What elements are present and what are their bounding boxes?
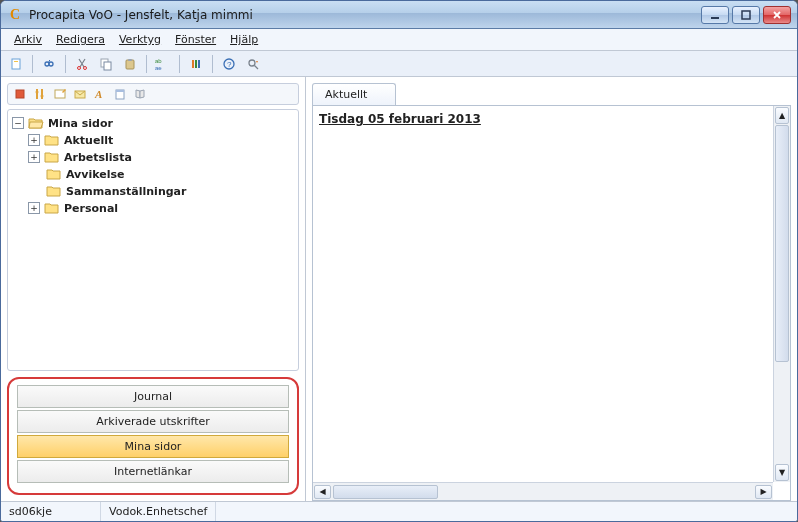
left-panel: A − Mina sidor + Aktuellt [1, 77, 306, 501]
folder-icon [44, 133, 60, 147]
status-role: Vodok.Enhetschef [101, 502, 216, 521]
nav-label: Journal [134, 390, 172, 403]
toolbar-separator [32, 55, 33, 73]
scroll-right-button[interactable]: ▶ [755, 485, 772, 499]
options-button[interactable] [185, 53, 207, 75]
tree-book-button[interactable] [131, 85, 149, 103]
document-pane: Tisdag 05 februari 2013 ▲ ▼ ◀ ▶ [312, 105, 791, 501]
svg-rect-11 [128, 59, 132, 61]
tree-item-personal[interactable]: + Personal [10, 200, 296, 216]
close-button[interactable] [763, 6, 791, 24]
window-title: Procapita VoO - Jensfelt, Katja mimmi [29, 8, 253, 22]
menu-arkiv[interactable]: Arkiv [7, 31, 49, 48]
svg-rect-10 [126, 60, 134, 69]
maximize-button[interactable] [732, 6, 760, 24]
cut-button[interactable] [71, 53, 93, 75]
svg-text:?: ? [227, 60, 232, 69]
help-button[interactable]: ? [218, 53, 240, 75]
folder-icon [44, 201, 60, 215]
content-area: A − Mina sidor + Aktuellt [1, 77, 797, 501]
tree-item-aktuellt[interactable]: + Aktuellt [10, 132, 296, 148]
tree-item-arbetslista[interactable]: + Arbetslista [10, 149, 296, 165]
expand-toggle[interactable]: − [12, 117, 24, 129]
svg-text:A: A [94, 88, 102, 100]
expand-toggle[interactable]: + [28, 151, 40, 163]
document-heading: Tisdag 05 februari 2013 [319, 112, 782, 126]
right-panel: Aktuellt Tisdag 05 februari 2013 ▲ ▼ ◀ [306, 77, 797, 501]
tree-item-avvikelse[interactable]: Avvikelse [10, 166, 296, 182]
tree-mail-button[interactable] [71, 85, 89, 103]
toolbar-separator [65, 55, 66, 73]
scroll-up-button[interactable]: ▲ [775, 107, 789, 124]
menu-redigera[interactable]: Redigera [49, 31, 112, 48]
svg-rect-9 [104, 62, 111, 70]
minimize-button[interactable] [701, 6, 729, 24]
menu-bar: Arkiv Redigera Verktyg Fönster Hjälp [1, 29, 797, 51]
toolbar-separator [212, 55, 213, 73]
nav-mina-sidor-button[interactable]: Mina sidor [17, 435, 289, 458]
svg-rect-14 [192, 60, 194, 68]
tree-label: Sammanställningar [66, 185, 186, 198]
folder-icon [46, 184, 62, 198]
tree-toolbar: A [7, 83, 299, 105]
scroll-thumb[interactable] [775, 125, 789, 362]
tree-collapse-all-button[interactable] [11, 85, 29, 103]
copy-button[interactable] [95, 53, 117, 75]
svg-point-7 [84, 66, 87, 69]
status-bar: sd06kje Vodok.Enhetschef [1, 501, 797, 521]
menu-fonster[interactable]: Fönster [168, 31, 223, 48]
svg-rect-0 [711, 17, 719, 19]
tree-edit-button[interactable] [51, 85, 69, 103]
navigation-tree[interactable]: − Mina sidor + Aktuellt + Arbetslista Av… [7, 109, 299, 371]
replace-button[interactable]: abae [152, 53, 174, 75]
vertical-scrollbar[interactable]: ▲ ▼ [773, 106, 790, 482]
svg-text:ae: ae [155, 65, 162, 71]
horizontal-scrollbar[interactable]: ◀ ▶ [313, 482, 773, 500]
tree-root-mina-sidor[interactable]: − Mina sidor [10, 115, 296, 131]
svg-point-6 [78, 66, 81, 69]
tree-filter-button[interactable] [31, 85, 49, 103]
scroll-down-button[interactable]: ▼ [775, 464, 789, 481]
svg-rect-15 [195, 60, 197, 68]
toolbar-separator [146, 55, 147, 73]
svg-rect-1 [742, 11, 750, 19]
tab-aktuellt[interactable]: Aktuellt [312, 83, 396, 105]
svg-text:ab: ab [155, 58, 162, 64]
document-body[interactable]: Tisdag 05 februari 2013 [313, 106, 790, 482]
scroll-thumb[interactable] [333, 485, 438, 499]
tree-label: Arbetslista [64, 151, 132, 164]
title-bar[interactable]: C Procapita VoO - Jensfelt, Katja mimmi [1, 1, 797, 29]
menu-verktyg[interactable]: Verktyg [112, 31, 168, 48]
new-document-button[interactable] [5, 53, 27, 75]
tree-notes-button[interactable] [111, 85, 129, 103]
menu-hjalp[interactable]: Hjälp [223, 31, 265, 48]
tab-bar: Aktuellt [312, 83, 791, 105]
tree-font-button[interactable]: A [91, 85, 109, 103]
tree-label: Mina sidor [48, 117, 113, 130]
nav-internetlankar-button[interactable]: Internetlänkar [17, 460, 289, 483]
tree-label: Avvikelse [66, 168, 125, 181]
find-button[interactable] [38, 53, 60, 75]
nav-journal-button[interactable]: Journal [17, 385, 289, 408]
scroll-track[interactable] [333, 485, 753, 499]
folder-icon [44, 150, 60, 164]
search-next-button[interactable] [242, 53, 264, 75]
toolbar-separator [179, 55, 180, 73]
scroll-left-button[interactable]: ◀ [314, 485, 331, 499]
app-icon: C [7, 7, 23, 23]
expand-toggle[interactable]: + [28, 202, 40, 214]
paste-button[interactable] [119, 53, 141, 75]
tree-label: Personal [64, 202, 118, 215]
folder-open-icon [28, 116, 44, 130]
nav-label: Arkiverade utskrifter [96, 415, 210, 428]
tree-item-sammanstallningar[interactable]: Sammanställningar [10, 183, 296, 199]
expand-toggle[interactable]: + [28, 134, 40, 146]
main-toolbar: abae ? [1, 51, 797, 77]
scroll-track[interactable] [775, 125, 789, 463]
status-user: sd06kje [1, 502, 101, 521]
nav-button-group: Journal Arkiverade utskrifter Mina sidor… [7, 377, 299, 495]
svg-rect-3 [14, 61, 18, 62]
svg-point-22 [36, 91, 39, 94]
nav-arkiverade-utskrifter-button[interactable]: Arkiverade utskrifter [17, 410, 289, 433]
nav-label: Internetlänkar [114, 465, 192, 478]
